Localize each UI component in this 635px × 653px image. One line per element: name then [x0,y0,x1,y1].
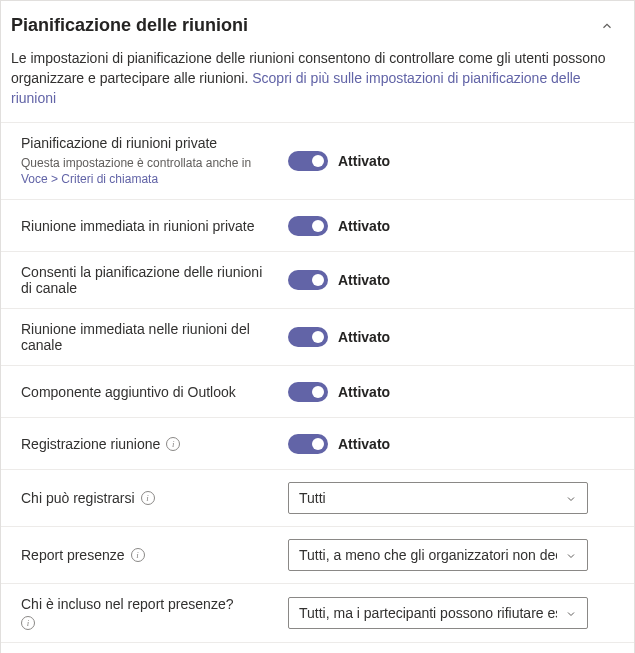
control-col: Attivato [288,327,614,347]
info-icon[interactable]: i [166,437,180,451]
label-meet-now-private: Riunione immediata in riunioni private [21,218,254,234]
toggle-registration[interactable] [288,434,328,454]
label-col: Chi è incluso nel report presenze? i [21,596,276,630]
row-attendance-summary: Riepilogo delle presenze i Mostra tutto [1,643,634,653]
label-outlook-addin: Componente aggiuntivo di Outlook [21,384,236,400]
control-col: Attivato [288,151,614,171]
toggle-label: Attivato [338,329,390,345]
toggle-label: Attivato [338,272,390,288]
toggle-meet-now-channel[interactable] [288,327,328,347]
select-attendance-report[interactable]: Tutti, a meno che gli organizzatori non … [288,539,588,571]
control-col: Tutti, ma i partecipanti possono rifiuta… [288,597,614,629]
row-channel-scheduling: Consenti la pianificazione delle riunion… [1,252,634,309]
meeting-scheduling-panel: Pianificazione delle riunioni Le imposta… [0,0,635,653]
row-private-scheduling: Pianificazione di riunioni private Quest… [1,123,634,200]
row-attendance-report: Report presenze i Tutti, a meno che gli … [1,527,634,584]
control-col: Tutti [288,482,614,514]
chevron-down-icon [565,492,577,504]
select-value: Tutti [299,490,557,506]
control-col: Attivato [288,434,614,454]
sub-private-scheduling: Questa impostazione è controllata anche … [21,155,276,187]
select-value: Tutti, a meno che gli organizzatori non … [299,547,557,563]
label-channel-scheduling: Consenti la pianificazione delle riunion… [21,264,276,296]
chevron-up-icon [600,19,614,33]
toggle-meet-now-private[interactable] [288,216,328,236]
info-icon[interactable]: i [141,491,155,505]
label-col: Riunione immediata nelle riunioni del ca… [21,321,276,353]
row-who-in-report: Chi è incluso nel report presenze? i Tut… [1,584,634,643]
panel-header[interactable]: Pianificazione delle riunioni [1,1,634,46]
label-col: Report presenze i [21,547,276,563]
select-value: Tutti, ma i partecipanti possono rifiuta… [299,605,557,621]
label-who-in-report: Chi è incluso nel report presenze? [21,596,233,612]
label-registration: Registrazione riunione [21,436,160,452]
label-attendance-report: Report presenze [21,547,125,563]
control-col: Attivato [288,382,614,402]
toggle-label: Attivato [338,384,390,400]
row-meet-now-channel: Riunione immediata nelle riunioni del ca… [1,309,634,366]
control-col: Attivato [288,216,614,236]
label-col: Registrazione riunione i [21,436,276,452]
select-who-in-report[interactable]: Tutti, ma i partecipanti possono rifiuta… [288,597,588,629]
toggle-label: Attivato [338,436,390,452]
control-col: Attivato [288,270,614,290]
label-col: Pianificazione di riunioni private Quest… [21,135,276,187]
label-who-register: Chi può registrarsi [21,490,135,506]
sub-text: Questa impostazione è controllata anche … [21,156,251,170]
chevron-down-icon [565,549,577,561]
info-icon[interactable]: i [131,548,145,562]
label-col: Chi può registrarsi i [21,490,276,506]
row-outlook-addin: Componente aggiuntivo di Outlook Attivat… [1,366,634,418]
chevron-down-icon [565,607,577,619]
toggle-private-scheduling[interactable] [288,151,328,171]
label-col: Consenti la pianificazione delle riunion… [21,264,276,296]
sub-link-voice-policies[interactable]: Voce > Criteri di chiamata [21,172,158,186]
toggle-outlook-addin[interactable] [288,382,328,402]
toggle-label: Attivato [338,153,390,169]
control-col: Tutti, a meno che gli organizzatori non … [288,539,614,571]
label-col: Componente aggiuntivo di Outlook [21,384,276,400]
panel-title: Pianificazione delle riunioni [11,15,248,36]
toggle-label: Attivato [338,218,390,234]
row-registration: Registrazione riunione i Attivato [1,418,634,470]
toggle-channel-scheduling[interactable] [288,270,328,290]
select-who-register[interactable]: Tutti [288,482,588,514]
info-icon[interactable]: i [21,616,35,630]
intro-text: Le impostazioni di pianificazione delle … [1,46,634,123]
row-who-register: Chi può registrarsi i Tutti [1,470,634,527]
label-meet-now-channel: Riunione immediata nelle riunioni del ca… [21,321,276,353]
row-meet-now-private: Riunione immediata in riunioni private A… [1,200,634,252]
label-private-scheduling: Pianificazione di riunioni private [21,135,217,151]
label-col: Riunione immediata in riunioni private [21,218,276,234]
